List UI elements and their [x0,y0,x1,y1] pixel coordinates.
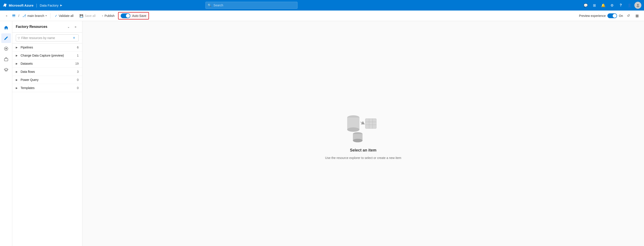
collapse-sidebar-btn[interactable]: « [4,13,10,19]
resource-item-chevron: ▶ [16,62,18,65]
save-all-btn[interactable]: 💾 Save all [77,13,98,19]
home-icon [4,25,8,30]
refresh-btn[interactable]: ↺ [625,12,632,19]
help-icon-btn[interactable]: ? [617,1,625,9]
publish-label: Publish [104,14,114,18]
save-all-label: Save all [84,14,96,18]
collapse-group-icon: ⌄ [67,25,70,29]
save-icon: 💾 [80,14,83,18]
search-container: 🔍 [206,2,298,9]
help-icon: ? [620,3,622,7]
resource-list-item[interactable]: ▶ Pipelines 6 [12,43,82,52]
sidebar-item-author[interactable] [1,33,11,43]
monitor-icon [4,46,8,51]
svg-point-12 [347,127,360,132]
resource-list-item[interactable]: ▶ Datasets 19 [12,60,82,68]
sidebar-item-manage[interactable] [1,54,11,64]
auto-save-toggle-container: Auto Save [118,12,149,20]
avatar[interactable] [634,2,641,9]
resource-item-count: 3 [77,70,79,73]
feedback-icon: 💬 [584,3,588,8]
notification-icon: 🔔 [601,3,606,8]
validate-all-btn[interactable]: ✓ Validate all [52,13,76,19]
portal-icon: ⊞ [593,3,596,8]
dashboard-icon-btn[interactable]: ⊞ [590,1,598,9]
app-chevron-icon: ▶ [60,4,62,7]
resource-item-name: Pipelines [20,46,77,49]
preview-toggle-slider [608,13,617,18]
resource-list-item[interactable]: ▶ Change Data Capture (preview) 1 [12,52,82,60]
breadcrumb-slash: / [18,14,19,18]
filter-resources-input[interactable] [21,36,70,40]
resource-item-count: 6 [77,46,79,49]
svg-point-8 [6,48,7,49]
branch-selector-btn[interactable]: ⎇ main branch ▾ [20,13,48,19]
validate-icon: ✓ [55,14,58,18]
publish-icon: ↑ [102,14,103,18]
briefcase-icon [4,57,8,62]
publish-btn[interactable]: ↑ Publish [99,13,117,19]
side-navigation [0,21,12,246]
resource-item-chevron: ▶ [16,79,18,81]
user-profile-btn[interactable]: 👤 [626,1,634,9]
main-layout: Factory Resources ⌄ « ▽ + ▶ Pipelines 6 [0,21,644,246]
chevron-left-icon: « [6,14,8,17]
pipeline-icon-btn[interactable] [10,13,17,19]
learn-icon [4,67,8,72]
sidebar-item-learn[interactable] [1,65,11,75]
collapse-panel-icon: « [75,25,76,29]
svg-point-21 [353,139,362,142]
search-input[interactable] [206,2,298,9]
resource-list-item[interactable]: ▶ Power Query 0 [12,76,82,84]
secondary-toolbar: « / ⎇ main branch ▾ ✓ Validate all 💾 Sav… [0,11,644,21]
svg-rect-4 [12,15,15,15]
resource-item-name: Data flows [20,70,77,73]
resources-header-actions: ⌄ « [66,24,79,30]
toolbar-separator-1 [50,13,50,19]
azure-logo-icon [3,3,7,8]
sidebar-item-monitor[interactable] [1,44,11,54]
resources-panel-header: Factory Resources ⌄ « [12,21,82,33]
empty-state-title: Select an item [350,148,376,153]
resource-item-chevron: ▶ [16,46,18,49]
settings-icon-btn[interactable]: ⚙ [608,1,616,9]
layout-btn[interactable]: ▦ [634,12,640,19]
svg-rect-5 [12,16,15,16]
filter-input-wrap: ▽ + [16,35,79,42]
top-navigation: Microsoft Azure | Data Factory ▶ 🔍 💬 ⊞ 🔔… [0,0,644,11]
search-icon: 🔍 [208,4,212,7]
svg-rect-9 [4,59,8,61]
resource-item-chevron: ▶ [16,70,18,73]
nav-actions: 💬 ⊞ 🔔 ⚙ ? 👤 [582,1,641,9]
feedback-icon-btn[interactable]: 💬 [582,1,590,9]
database-illustration [341,108,385,143]
toggle-slider [121,13,130,18]
empty-state-subtitle: Use the resource explorer to select or c… [325,156,401,160]
layout-icon: ▦ [636,14,639,18]
main-content-area: Select an item Use the resource explorer… [82,21,644,246]
git-branch-icon: ⎇ [22,14,26,18]
factory-resources-panel: Factory Resources ⌄ « ▽ + ▶ Pipelines 6 [12,21,82,246]
app-name: Data Factory [40,4,58,7]
preview-experience-label: Preview experience [579,14,606,18]
collapse-group-btn[interactable]: ⌄ [66,24,72,30]
resource-item-name: Change Data Capture (preview) [20,54,77,57]
empty-state-illustration [341,108,385,143]
auto-save-toggle[interactable] [121,13,130,18]
collapse-panel-btn[interactable]: « [72,24,79,30]
resources-panel-title: Factory Resources [16,25,47,29]
svg-point-3 [636,6,639,7]
user-icon: 👤 [627,3,632,8]
add-resource-btn[interactable]: + [72,35,77,41]
resource-list-item[interactable]: ▶ Templates 0 [12,84,82,92]
nav-divider: | [36,3,37,8]
resource-list-item[interactable]: ▶ Data flows 3 [12,68,82,76]
preview-experience-container: Preview experience On ↺ ▦ [579,12,640,19]
edit-icon [4,36,8,41]
notification-icon-btn[interactable]: 🔔 [599,1,607,9]
resource-list: ▶ Pipelines 6 ▶ Change Data Capture (pre… [12,43,82,246]
auto-save-label: Auto Save [132,14,146,18]
sidebar-item-home[interactable] [1,23,11,33]
validate-all-label: Validate all [59,14,74,18]
preview-toggle[interactable] [608,13,617,18]
